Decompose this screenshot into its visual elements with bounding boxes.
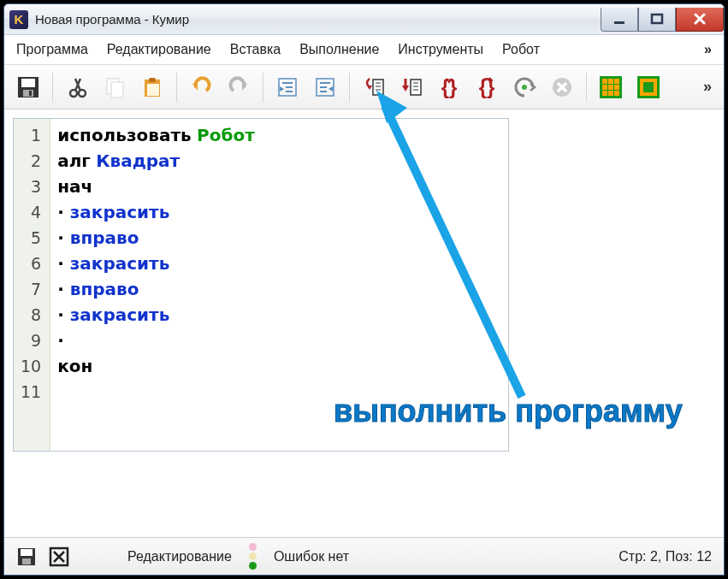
stop-icon xyxy=(550,75,574,99)
svg-point-6 xyxy=(70,90,77,97)
braces-over-icon: {} xyxy=(475,75,499,99)
svg-rect-11 xyxy=(149,78,156,82)
menu-run[interactable]: Выполнение xyxy=(296,40,382,59)
code-line[interactable]: алг Квадрат xyxy=(57,148,255,174)
undo-icon xyxy=(189,75,213,99)
minimize-button[interactable] xyxy=(601,8,638,32)
cut-button[interactable] xyxy=(60,71,94,103)
svg-rect-1 xyxy=(652,15,662,23)
run-continuous-icon xyxy=(361,74,387,100)
run-continuous-button[interactable] xyxy=(357,71,391,103)
code-editor[interactable]: 1234567891011 использовать Роботалг Квад… xyxy=(13,118,509,452)
paste-button[interactable] xyxy=(135,71,169,103)
window-title: Новая программа - Кумир xyxy=(35,12,601,27)
line-number: 6 xyxy=(21,251,41,276)
run-cursor-icon xyxy=(512,75,536,99)
line-number: 10 xyxy=(21,353,41,379)
braces-into-icon: {} xyxy=(437,75,461,99)
code-line[interactable]: · вправо xyxy=(57,225,255,251)
scissors-icon xyxy=(65,75,89,99)
outdent-icon xyxy=(313,75,337,99)
traffic-light-icon xyxy=(249,543,257,570)
copy-button[interactable] xyxy=(98,71,132,103)
svg-rect-4 xyxy=(23,90,33,97)
field-tool-button[interactable] xyxy=(631,71,666,103)
svg-rect-39 xyxy=(614,85,619,90)
svg-rect-21 xyxy=(373,80,383,95)
line-number: 7 xyxy=(21,276,41,302)
indent-button[interactable] xyxy=(270,71,305,103)
svg-rect-41 xyxy=(608,91,613,96)
svg-rect-42 xyxy=(614,91,619,96)
code-line[interactable]: · xyxy=(57,328,255,353)
stop-button[interactable] xyxy=(545,71,579,103)
grid-tool-button[interactable] xyxy=(594,71,628,103)
toolbar-separator xyxy=(586,73,587,102)
toolbar-separator xyxy=(349,73,350,102)
undo-button[interactable] xyxy=(184,71,218,103)
code-line[interactable]: кон xyxy=(57,353,255,379)
svg-rect-47 xyxy=(22,558,31,564)
menu-insert[interactable]: Вставка xyxy=(227,40,284,59)
app-window: K Новая программа - Кумир Программа Реда… xyxy=(3,3,725,576)
svg-rect-5 xyxy=(29,91,32,96)
toolbar: {} {} » xyxy=(4,65,724,109)
code-line[interactable]: · закрасить xyxy=(57,251,255,276)
save-status-icon[interactable] xyxy=(16,547,37,567)
run-step-button[interactable] xyxy=(394,71,429,103)
svg-rect-3 xyxy=(21,79,35,87)
svg-rect-34 xyxy=(602,79,607,84)
window-controls xyxy=(601,8,724,32)
menu-overflow[interactable]: » xyxy=(701,40,715,59)
close-button[interactable] xyxy=(676,8,724,32)
clipboard-icon xyxy=(140,75,164,99)
svg-rect-9 xyxy=(111,82,123,97)
step-over-button[interactable]: {} xyxy=(470,71,504,103)
toolbar-separator xyxy=(263,73,263,102)
close-status-icon[interactable] xyxy=(49,547,69,567)
line-number: 9 xyxy=(21,328,41,353)
save-icon xyxy=(15,74,41,100)
svg-rect-40 xyxy=(602,91,607,96)
minimize-icon xyxy=(613,13,626,25)
svg-rect-12 xyxy=(147,84,159,96)
menu-robot[interactable]: Робот xyxy=(499,40,543,59)
code-line[interactable]: · закрасить xyxy=(57,199,255,225)
redo-icon xyxy=(227,75,251,99)
run-to-cursor-button[interactable] xyxy=(507,71,542,103)
toolbar-overflow[interactable]: » xyxy=(703,78,717,96)
line-number: 4 xyxy=(21,199,41,225)
titlebar: K Новая программа - Кумир xyxy=(4,4,724,35)
status-cursor: Стр: 2, Поз: 12 xyxy=(619,549,712,564)
app-icon: K xyxy=(9,10,28,29)
code-line[interactable]: · вправо xyxy=(57,276,255,302)
line-number: 11 xyxy=(21,379,41,405)
grid-icon xyxy=(598,74,624,100)
code-line[interactable]: использовать Робот xyxy=(57,122,255,148)
save-button[interactable] xyxy=(11,71,45,103)
step-into-button[interactable]: {} xyxy=(432,71,466,103)
menu-tools[interactable]: Инструменты xyxy=(394,40,487,59)
menu-edit[interactable]: Редактирование xyxy=(104,40,215,59)
line-number: 2 xyxy=(21,148,41,174)
run-step-icon xyxy=(399,74,424,100)
code-lines[interactable]: использовать Роботалг Квадратнач· закрас… xyxy=(50,119,262,451)
statusbar: Редактирование Ошибок нет Стр: 2, Поз: 1… xyxy=(4,537,724,575)
code-area[interactable]: 1234567891011 использовать Роботалг Квад… xyxy=(14,119,508,451)
svg-rect-46 xyxy=(21,549,33,556)
maximize-icon xyxy=(650,13,664,25)
menu-program[interactable]: Программа xyxy=(13,40,92,59)
line-gutter: 1234567891011 xyxy=(14,119,50,451)
menubar: Программа Редактирование Вставка Выполне… xyxy=(4,35,724,65)
outdent-button[interactable] xyxy=(308,71,342,103)
close-icon xyxy=(693,13,707,25)
output-console xyxy=(4,486,724,537)
redo-button[interactable] xyxy=(222,71,256,103)
maximize-button[interactable] xyxy=(638,8,676,32)
svg-rect-0 xyxy=(614,21,624,24)
code-line[interactable]: · закрасить xyxy=(57,302,255,328)
line-number: 3 xyxy=(21,174,41,199)
toolbar-separator xyxy=(176,73,177,102)
svg-rect-38 xyxy=(608,85,613,90)
code-line[interactable]: нач xyxy=(57,174,255,199)
